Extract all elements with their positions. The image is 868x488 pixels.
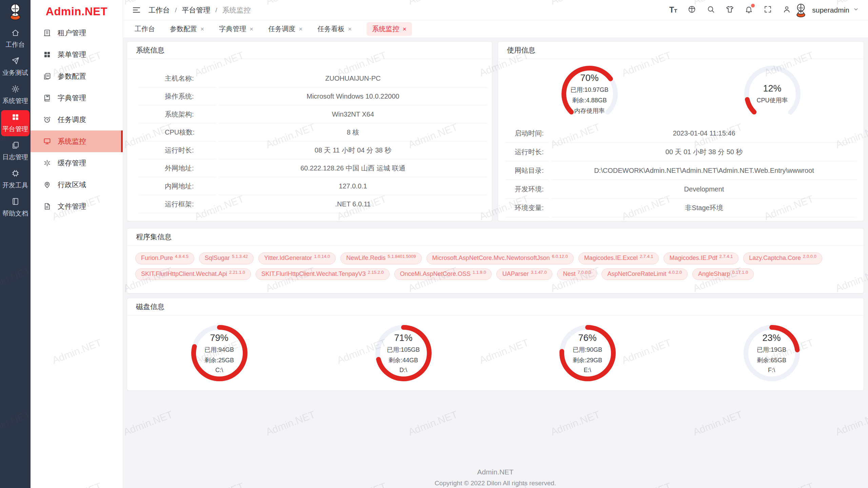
package-version: 0.17.1.0 bbox=[732, 270, 748, 275]
tab-label: 参数配置 bbox=[170, 24, 197, 34]
profile-button[interactable] bbox=[783, 5, 791, 15]
info-label: 运行时长: bbox=[506, 143, 549, 161]
language-button[interactable] bbox=[688, 5, 696, 15]
package-version: 2.7.4.1 bbox=[640, 254, 653, 259]
sidebar-item-menu[interactable]: 菜单管理 bbox=[31, 44, 123, 65]
sidebar-item-schedule[interactable]: 任务调度 bbox=[31, 109, 123, 130]
close-icon[interactable]: × bbox=[299, 26, 302, 32]
menu-collapse-icon[interactable] bbox=[132, 5, 141, 15]
package-name: Microsoft.AspNetCore.Mvc.NewtonsoftJson bbox=[432, 255, 550, 262]
info-row: 运行时长: 00 天 01 小时 38 分 50 秒 bbox=[506, 143, 857, 161]
sidebar-item-config[interactable]: 参数配置 bbox=[31, 65, 123, 87]
rail-item-log-mgmt[interactable]: 日志管理 bbox=[1, 138, 29, 164]
disk-info-card: 磁盘信息 79%已用:94GB剩余:25GBC:\ 71%已用:105GB剩余:… bbox=[127, 298, 864, 391]
info-value: .NET 6.0.11 bbox=[219, 195, 487, 213]
fullscreen-button[interactable] bbox=[764, 5, 772, 15]
menu-grid-icon bbox=[43, 50, 51, 59]
tab-monitor[interactable]: 系统监控 × bbox=[367, 22, 412, 36]
package-version: 5.1.8401.5009 bbox=[388, 254, 416, 259]
package-name: NewLife.Redis bbox=[346, 255, 386, 262]
package-version: 1.1.9.0 bbox=[473, 270, 486, 275]
usage-info-card: 使用信息 70%已用:10.97GB剩余:4.88GB内存使用率 12%CPU使… bbox=[498, 41, 864, 221]
info-value: 8 核 bbox=[219, 123, 487, 141]
tab-label: 工作台 bbox=[135, 24, 155, 34]
info-label: 运行框架: bbox=[139, 195, 216, 213]
donut-center-text: 70%已用:10.97GB剩余:4.88GB内存使用率 bbox=[560, 65, 619, 123]
sidebar-item-tenant[interactable]: 租户管理 bbox=[31, 22, 123, 44]
copy-icon bbox=[11, 141, 20, 151]
usage-gauges: 70%已用:10.97GB剩余:4.88GB内存使用率 12%CPU使用率 bbox=[498, 64, 864, 124]
package-name: SKIT.FlurlHttpClient.Wechat.TenpayV3 bbox=[261, 270, 366, 278]
breadcrumb-separator: / bbox=[175, 6, 177, 14]
font-size-icon: TT bbox=[669, 6, 677, 14]
info-row: 网站目录: D:\CODEWORK\Admin.NET\Admin.NET\Ad… bbox=[506, 161, 857, 180]
close-icon[interactable]: × bbox=[250, 26, 253, 32]
donut-center-text: 79%已用:94GB剩余:25GBC:\ bbox=[190, 324, 249, 382]
notification-button[interactable] bbox=[745, 5, 753, 15]
rail-item-label: 系统管理 bbox=[2, 97, 28, 105]
breadcrumb-item[interactable]: 工作台 bbox=[149, 5, 170, 15]
donut-center-text: 23%已用:19GB剩余:65GBF:\ bbox=[743, 324, 801, 382]
package-name: AngleSharp bbox=[698, 270, 730, 278]
theme-button[interactable] bbox=[726, 5, 734, 15]
rail-item-system-mgmt[interactable]: 系统管理 bbox=[1, 82, 29, 108]
package-name: Yitter.IdGenerator bbox=[264, 255, 312, 262]
card-title: 使用信息 bbox=[498, 42, 864, 59]
font-size-button[interactable]: TT bbox=[669, 6, 677, 14]
tab-taskboard[interactable]: 任务看板 × bbox=[317, 22, 352, 36]
info-row: 主机名称: ZUOHUAIJUN-PC bbox=[139, 69, 487, 87]
info-value: 08 天 11 小时 04 分 38 秒 bbox=[219, 141, 487, 159]
app-root: 工作台 业务测试 系统管理 平台管理 日志管理 开发工具 帮助文档 Admin.… bbox=[0, 0, 868, 488]
info-value: Development bbox=[551, 180, 857, 199]
sidebar-item-dict[interactable]: 字典管理 bbox=[31, 87, 123, 109]
page-footer: Admin.NET Copyright © 2022 Dilon All rig… bbox=[127, 468, 864, 487]
file-icon bbox=[43, 202, 51, 210]
user-avatar[interactable] bbox=[793, 2, 809, 18]
info-value: ZUOHUAIJUN-PC bbox=[219, 69, 487, 87]
chip-icon bbox=[11, 169, 20, 179]
sidebar-item-monitor[interactable]: 系统监控 bbox=[31, 130, 123, 152]
info-value: 2023-01-04 11:15:46 bbox=[551, 124, 857, 143]
info-row: 运行时长: 08 天 11 小时 04 分 38 秒 bbox=[139, 141, 487, 159]
user-dropdown[interactable]: superadmin bbox=[793, 2, 859, 18]
rail-item-workbench[interactable]: 工作台 bbox=[1, 26, 29, 52]
rail-item-help-docs[interactable]: 帮助文档 bbox=[1, 195, 29, 221]
package-version: 7.0.0.0 bbox=[577, 270, 591, 275]
main-area: 工作台/平台管理/系统监控 TT superadmin 工作台 参数配置 × 字… bbox=[123, 0, 868, 488]
breadcrumb-item: 系统监控 bbox=[222, 5, 251, 15]
search-button[interactable] bbox=[707, 5, 715, 15]
sidebar-item-cache[interactable]: 缓存管理 bbox=[31, 152, 123, 174]
donut-center-text: 76%已用:90GB剩余:29GBE:\ bbox=[558, 324, 617, 382]
info-value: 非Stage环境 bbox=[551, 199, 857, 217]
tab-schedule[interactable]: 任务调度 × bbox=[268, 22, 302, 36]
package-name: OnceMi.AspNetCore.OSS bbox=[400, 270, 471, 278]
tab-config[interactable]: 参数配置 × bbox=[170, 22, 204, 36]
package-tag: OnceMi.AspNetCore.OSS 1.1.9.0 bbox=[394, 268, 492, 280]
user-icon bbox=[783, 5, 791, 15]
tab-dict[interactable]: 字典管理 × bbox=[219, 22, 253, 36]
header-actions: TT bbox=[669, 5, 791, 15]
tab-workbench[interactable]: 工作台 bbox=[135, 22, 155, 36]
package-name: Furion.Pure bbox=[141, 255, 173, 262]
close-icon[interactable]: × bbox=[200, 26, 204, 32]
rail-item-platform-mgmt[interactable]: 平台管理 bbox=[1, 110, 29, 136]
sidebar-item-region[interactable]: 行政区域 bbox=[31, 174, 123, 196]
breadcrumb-item[interactable]: 平台管理 bbox=[182, 5, 210, 15]
package-tag: UAParser 3.1.47.0 bbox=[496, 268, 552, 280]
rail-item-dev-tools[interactable]: 开发工具 bbox=[1, 166, 29, 192]
rail-item-label: 日志管理 bbox=[2, 153, 28, 162]
info-value: 60.222.128.26 中国 山西 运城 联通 bbox=[219, 159, 487, 177]
rail-item-business-test[interactable]: 业务测试 bbox=[1, 54, 29, 80]
info-value: D:\CODEWORK\Admin.NET\Admin.NET\Admin.NE… bbox=[551, 161, 857, 180]
notification-badge bbox=[751, 4, 755, 7]
language-icon bbox=[688, 5, 696, 15]
close-icon[interactable]: × bbox=[402, 26, 406, 32]
sidebar-item-file[interactable]: 文件管理 bbox=[31, 196, 123, 217]
disk-usage-donut: 79%已用:94GB剩余:25GBC:\ bbox=[190, 324, 249, 382]
region-icon bbox=[43, 181, 51, 189]
card-title: 程序集信息 bbox=[127, 228, 864, 246]
card-title: 磁盘信息 bbox=[127, 298, 864, 316]
package-tag: AngleSharp 0.17.1.0 bbox=[692, 268, 754, 280]
close-icon[interactable]: × bbox=[348, 26, 352, 32]
package-version: 6.0.12.0 bbox=[552, 254, 568, 259]
